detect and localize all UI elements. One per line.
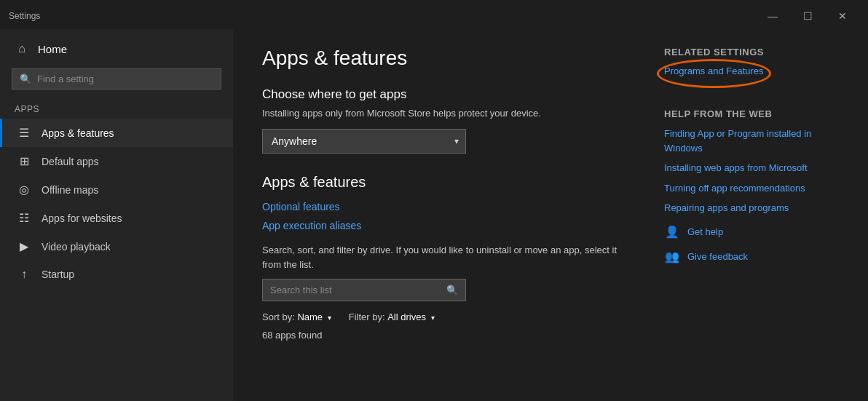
sidebar-item-apps-features[interactable]: ☰ Apps & features: [0, 119, 233, 147]
choose-section-desc: Installing apps only from Microsoft Stor…: [262, 108, 635, 119]
sidebar-section-label: Apps: [0, 95, 233, 119]
help-link-3[interactable]: Repairing apps and programs: [664, 201, 839, 215]
sidebar: ⌂ Home 🔍 Apps ☰ Apps & features ⊞ Defaul…: [0, 29, 233, 401]
sidebar-item-video-playback[interactable]: ▶ Video playback: [0, 232, 233, 261]
sort-value[interactable]: Name ▾: [297, 311, 331, 322]
search-icon: 🔍: [20, 74, 31, 84]
sort-label: Sort by: Name ▾: [262, 311, 331, 322]
sidebar-item-label: Video playback: [42, 241, 111, 253]
sort-chevron-icon: ▾: [328, 314, 331, 322]
sidebar-item-label: Startup: [42, 269, 74, 280]
sidebar-search-container: 🔍: [12, 68, 221, 90]
page-title: Apps & features: [262, 47, 635, 70]
sidebar-item-default-apps[interactable]: ⊞ Default apps: [0, 147, 233, 175]
startup-icon: ↑: [17, 268, 31, 281]
source-dropdown-wrapper: Anywhere Microsoft Store only Anywhere, …: [262, 129, 466, 154]
help-title: Help from the web: [664, 108, 839, 119]
sidebar-item-label: Apps for websites: [42, 213, 122, 224]
sidebar-home-label: Home: [38, 43, 67, 55]
related-settings-title: Related settings: [664, 47, 839, 57]
titlebar-controls: — ☐ ✕: [756, 6, 859, 26]
help-link-2[interactable]: Turning off app recommendations: [664, 181, 839, 196]
search-box: 🔍: [262, 279, 466, 301]
content-main: Apps & features Choose where to get apps…: [262, 47, 635, 384]
programs-features-link[interactable]: Programs and Features: [664, 65, 764, 76]
search-list-icon: 🔍: [446, 285, 458, 295]
app-execution-link[interactable]: App execution aliases: [262, 220, 635, 231]
minimize-button[interactable]: —: [756, 6, 789, 26]
titlebar: Settings — ☐ ✕: [0, 0, 868, 29]
programs-features-wrapper: Programs and Features: [664, 65, 764, 82]
sidebar-item-offline-maps[interactable]: ◎ Offline maps: [0, 175, 233, 204]
right-sidebar: Related settings Programs and Features H…: [664, 47, 839, 384]
apps-websites-icon: ☷: [17, 211, 31, 225]
sidebar-home[interactable]: ⌂ Home: [0, 35, 233, 63]
apps-count: 68 apps found: [262, 330, 635, 341]
sidebar-item-startup[interactable]: ↑ Startup: [0, 261, 233, 288]
filter-value[interactable]: All drives ▾: [387, 311, 434, 322]
filter-chevron-icon: ▾: [431, 314, 435, 322]
sort-filter-row: Sort by: Name ▾ Filter by: All drives ▾: [262, 311, 635, 322]
search-list-input[interactable]: [270, 285, 441, 295]
apps-features-icon: ☰: [17, 126, 31, 140]
content-area: Apps & features Choose where to get apps…: [233, 29, 868, 401]
get-help-row[interactable]: 👤 Get help: [664, 224, 839, 240]
get-help-label[interactable]: Get help: [687, 226, 723, 237]
sidebar-item-apps-websites[interactable]: ☷ Apps for websites: [0, 204, 233, 232]
app-layout: ⌂ Home 🔍 Apps ☰ Apps & features ⊞ Defaul…: [0, 29, 868, 401]
sidebar-item-label: Offline maps: [42, 184, 98, 196]
give-feedback-row[interactable]: 👥 Give feedback: [664, 249, 839, 265]
offline-maps-icon: ◎: [17, 183, 31, 196]
give-feedback-icon: 👥: [664, 249, 680, 265]
get-help-icon: 👤: [664, 224, 680, 240]
optional-features-link[interactable]: Optional features: [262, 201, 635, 213]
search-description: Search, sort, and filter by drive. If yo…: [262, 243, 635, 271]
default-apps-icon: ⊞: [17, 154, 31, 168]
sidebar-item-label: Default apps: [42, 156, 99, 167]
help-link-0[interactable]: Finding App or Program installed in Wind…: [664, 127, 839, 155]
sidebar-item-label: Apps & features: [42, 127, 114, 139]
maximize-button[interactable]: ☐: [791, 6, 824, 26]
titlebar-title: Settings: [9, 11, 40, 21]
source-dropdown[interactable]: Anywhere Microsoft Store only Anywhere, …: [262, 129, 466, 154]
apps-features-section-title: Apps & features: [262, 174, 635, 191]
filter-label: Filter by: All drives ▾: [349, 311, 435, 322]
sidebar-search-input[interactable]: [37, 74, 213, 84]
home-icon: ⌂: [15, 42, 29, 55]
give-feedback-label[interactable]: Give feedback: [687, 251, 748, 262]
help-link-1[interactable]: Installing web apps from Microsoft: [664, 161, 839, 175]
close-button[interactable]: ✕: [826, 6, 859, 26]
choose-section-title: Choose where to get apps: [262, 87, 635, 102]
video-playback-icon: ▶: [17, 239, 31, 253]
